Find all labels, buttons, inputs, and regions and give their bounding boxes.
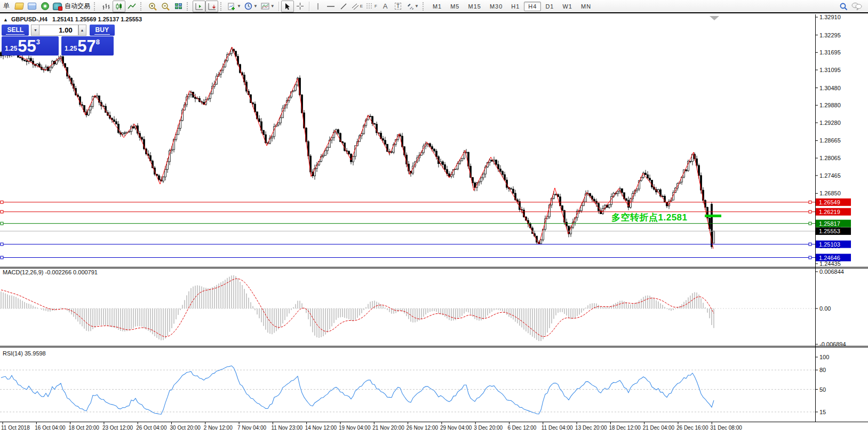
chevron-up-icon: ▲: [81, 28, 84, 32]
buy-button[interactable]: BUY: [90, 25, 115, 36]
new-order-button[interactable]: 单: [0, 1, 13, 12]
tab-m15[interactable]: M15: [464, 2, 485, 11]
svg-text:1.24646: 1.24646: [819, 255, 840, 261]
svg-text:1.32295: 1.32295: [819, 32, 841, 38]
tile-windows-icon: [175, 3, 182, 9]
svg-text:11 Nov 23:00: 11 Nov 23:00: [271, 425, 302, 431]
bar-chart-button[interactable]: [100, 1, 113, 12]
candlestick-chart-button[interactable]: [113, 1, 125, 12]
zoom-out-button[interactable]: [159, 1, 172, 12]
volume-increase-button[interactable]: ▲: [78, 25, 86, 36]
fibonacci-button[interactable]: F: [364, 1, 379, 12]
svg-text:1.24435: 1.24435: [819, 260, 841, 267]
cursor-icon: [284, 3, 291, 10]
toolbar-separator: [278, 2, 279, 11]
chart-window-icon: [28, 3, 36, 10]
tab-w1[interactable]: W1: [558, 2, 577, 11]
line-chart-icon: [128, 3, 136, 10]
text-button[interactable]: A: [379, 1, 392, 12]
mt4-window: 1.329101.322951.316951.310951.304801.298…: [0, 0, 868, 435]
new-order-note-button[interactable]: [13, 1, 26, 12]
zoom-out-icon: [161, 2, 170, 11]
tab-m5[interactable]: M5: [446, 2, 464, 11]
tab-m30[interactable]: M30: [485, 2, 507, 11]
chart-title: ▲ GBPUSD-,H4 1.25141 1.25569 1.25137 1.2…: [3, 16, 142, 22]
toolbar-grip[interactable]: [187, 2, 190, 11]
search-button[interactable]: [837, 1, 850, 12]
tab-mn[interactable]: MN: [577, 2, 595, 11]
svg-text:30 Oct 20:00: 30 Oct 20:00: [170, 425, 201, 431]
svg-text:7 Nov 04:00: 7 Nov 04:00: [237, 425, 266, 431]
new-chart-button[interactable]: ▼: [226, 1, 243, 12]
svg-text:21 Dec 04:00: 21 Dec 04:00: [643, 425, 675, 431]
svg-text:1.28665: 1.28665: [819, 137, 841, 144]
autotrade-button[interactable]: 自动交易: [51, 1, 92, 12]
sell-button[interactable]: SELL: [2, 25, 29, 36]
trendline-button[interactable]: [337, 1, 350, 12]
crosshair-icon: [296, 2, 304, 10]
tile-windows-button[interactable]: [172, 1, 185, 12]
svg-text:21 Nov 20:00: 21 Nov 20:00: [372, 425, 404, 431]
price-chart[interactable]: 1.329101.322951.316951.310951.304801.298…: [0, 0, 868, 435]
tab-m1[interactable]: M1: [428, 2, 446, 11]
svg-text:1.26219: 1.26219: [819, 209, 840, 215]
vertical-line-button[interactable]: [312, 1, 324, 12]
templates-button[interactable]: ▼: [259, 1, 276, 12]
chat-icon: [851, 2, 862, 10]
ohlc-values: 1.25141 1.25569 1.25137 1.25553: [52, 16, 142, 22]
templates-icon: [261, 3, 269, 10]
toolbar-grip[interactable]: [220, 2, 224, 11]
svg-text:6 Dec 12:00: 6 Dec 12:00: [508, 425, 537, 431]
zoom-in-icon: [148, 2, 157, 11]
svg-text:14 Nov 12:00: 14 Nov 12:00: [305, 425, 337, 431]
new-chart-icon: [228, 3, 236, 10]
volume-decrease-button[interactable]: ▼: [31, 25, 39, 36]
sell-price[interactable]: 1.25 55 3: [2, 36, 59, 56]
toolbar-grip[interactable]: [423, 2, 426, 11]
chart-shift-button[interactable]: [193, 1, 205, 12]
tab-h4[interactable]: H4: [524, 2, 541, 11]
signals-button[interactable]: [38, 1, 51, 12]
crosshair-button[interactable]: [294, 1, 307, 12]
periods-button[interactable]: ▼: [243, 1, 259, 12]
chevron-down-icon: ▼: [270, 4, 275, 9]
text-label-button[interactable]: T: [392, 1, 404, 12]
svg-text:31 Dec 08:00: 31 Dec 08:00: [710, 425, 742, 431]
svg-text:11 Dec 04:00: 11 Dec 04:00: [541, 425, 573, 431]
svg-text:1.25817: 1.25817: [819, 220, 840, 227]
horizontal-line-icon: [327, 4, 335, 9]
zoom-in-button[interactable]: [146, 1, 159, 12]
channel-icon: [352, 3, 360, 10]
toolbar-grip[interactable]: [140, 2, 144, 11]
channel-button[interactable]: E: [350, 1, 364, 12]
line-chart-button[interactable]: [125, 1, 138, 12]
comments-button[interactable]: [850, 1, 864, 12]
trendline-icon: [340, 3, 347, 10]
symbol-name: GBPUSD-,H4: [11, 16, 47, 22]
svg-text:1.32910: 1.32910: [819, 14, 841, 20]
volume-input[interactable]: 1.00: [39, 25, 78, 36]
svg-text:26 Dec 16:00: 26 Dec 16:00: [676, 425, 708, 431]
rsi-indicator-label: RSI(14) 35.9598: [3, 350, 46, 357]
market-watch-button[interactable]: [26, 1, 38, 12]
svg-text:1.28065: 1.28065: [819, 155, 841, 161]
svg-text:0.00: 0.00: [819, 305, 831, 312]
cursor-button[interactable]: [281, 1, 294, 12]
toolbar-grip[interactable]: [94, 2, 98, 11]
svg-text:1.31695: 1.31695: [819, 49, 841, 56]
arrows-button[interactable]: ▼: [404, 1, 420, 12]
horizontal-line-button[interactable]: [324, 1, 337, 12]
auto-scroll-button[interactable]: [205, 1, 218, 12]
turning-point-annotation[interactable]: 多空转折点1.2581: [611, 211, 688, 224]
tab-d1[interactable]: D1: [541, 2, 558, 11]
buy-price[interactable]: 1.25 57 8: [61, 36, 114, 56]
annotation-line-segment[interactable]: [705, 215, 721, 217]
search-icon: [839, 2, 848, 11]
svg-text:23 Oct 12:00: 23 Oct 12:00: [102, 425, 133, 431]
macd-indicator-label: MACD(12,26,9) -0.002266 0.000791: [3, 269, 98, 275]
svg-text:50: 50: [819, 386, 826, 393]
svg-text:13 Dec 20:00: 13 Dec 20:00: [575, 425, 607, 431]
tab-h1[interactable]: H1: [507, 2, 524, 11]
chevron-down-icon: ▼: [237, 4, 241, 9]
svg-text:1.29280: 1.29280: [819, 120, 841, 126]
